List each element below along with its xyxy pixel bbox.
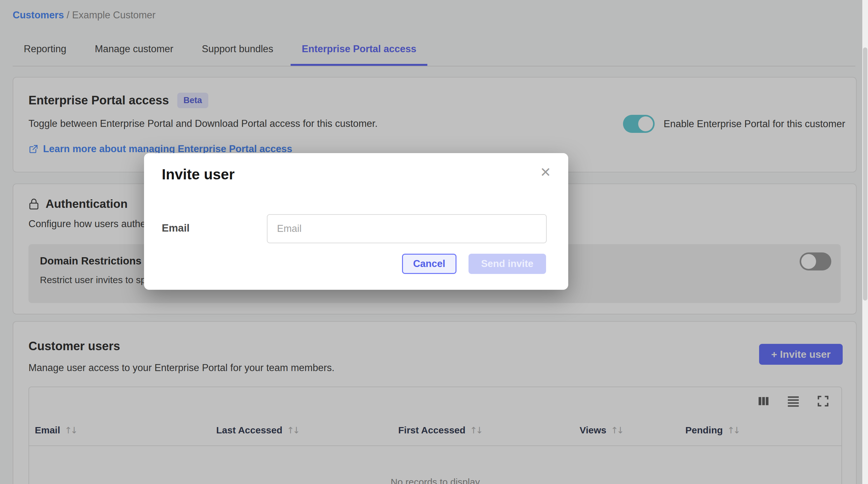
modal-title: Invite user xyxy=(162,166,235,183)
email-field[interactable] xyxy=(267,214,547,243)
close-icon[interactable]: ✕ xyxy=(540,164,551,180)
page: Customers / Example Customer Reporting M… xyxy=(0,0,868,484)
scrollbar-track xyxy=(862,0,868,484)
send-invite-button[interactable]: Send invite xyxy=(468,254,546,274)
scrollbar-thumb[interactable] xyxy=(863,47,867,300)
email-label: Email xyxy=(162,222,190,234)
cancel-button[interactable]: Cancel xyxy=(402,254,457,274)
invite-user-modal: Invite user ✕ Email Cancel Send invite xyxy=(144,153,568,290)
